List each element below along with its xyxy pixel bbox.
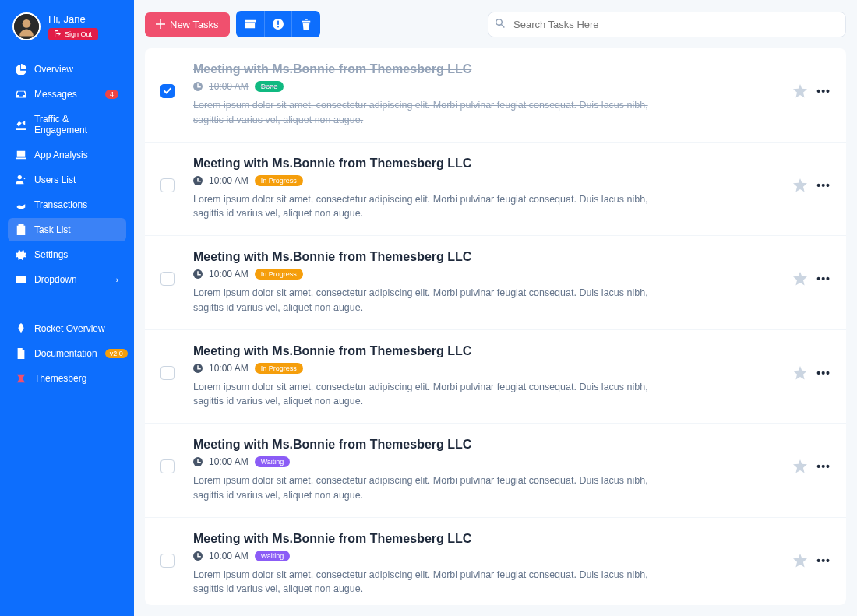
inbox-icon [16,89,26,100]
file-icon [16,348,26,359]
task-desc: Lorem ipsum dolor sit amet, consectetur … [193,568,653,597]
task-row: Meeting with Ms.Bonnie from Themesberg L… [145,330,846,424]
more-menu[interactable]: ••• [816,273,831,285]
star-icon[interactable] [793,459,807,473]
task-time: 10:00 AM [209,269,249,280]
task-meta: 10:00 AM Waiting [193,551,774,561]
task-desc: Lorem ipsum dolor sit amet, consectetur … [193,192,653,222]
task-meta: 10:00 AM In Progress [193,175,774,186]
more-menu[interactable]: ••• [816,85,831,97]
task-meta: 10:00 AM In Progress [193,269,774,280]
star-icon[interactable] [793,178,807,192]
nav-task-list[interactable]: Task List [8,218,126,241]
task-checkbox[interactable] [160,272,175,286]
task-body: Meeting with Ms.Bonnie from Themesberg L… [193,344,774,410]
nav-transactions[interactable]: Transactions [8,193,126,216]
svg-point-1 [23,19,31,28]
delete-button[interactable] [292,11,320,37]
nav-overview[interactable]: Overview [8,58,126,81]
task-desc: Lorem ipsum dolor sit amet, consectetur … [193,98,653,128]
task-desc: Lorem ipsum dolor sit amet, consectetur … [193,286,653,315]
card-icon [16,274,26,285]
task-desc: Lorem ipsum dolor sit amet, consectetur … [193,473,653,503]
pie-chart-icon [16,64,26,75]
task-meta: 10:00 AM Waiting [193,456,774,467]
task-checkbox[interactable] [160,84,175,98]
task-actions: ••• [793,459,831,473]
search-wrap [488,12,846,37]
task-actions: ••• [793,84,831,98]
star-icon[interactable] [793,366,807,380]
messages-badge: 4 [105,90,118,99]
task-row: Meeting with Ms.Bonnie from Themesberg L… [145,143,846,237]
archive-button[interactable] [236,11,264,37]
clock-icon [193,269,203,279]
alert-button[interactable] [264,11,292,37]
more-menu[interactable]: ••• [816,460,831,473]
clock-icon [193,82,203,91]
task-status-badge: In Progress [255,269,303,280]
more-menu[interactable]: ••• [816,367,831,379]
nav-dropdown[interactable]: Dropdown› [8,268,126,291]
nav-users[interactable]: Users List [8,168,126,192]
user-check-icon [16,174,26,185]
avatar[interactable] [12,12,41,40]
clock-icon [193,176,203,185]
nav-secondary: Rocket Overview Documentationv2.0 Themes… [8,317,126,392]
task-time: 10:00 AM [209,456,249,467]
main-content: New Tasks Meeting with Ms.Bonnie from Th… [134,0,857,616]
task-meta: 10:00 AM Done [193,81,774,92]
task-title: Meeting with Ms.Bonnie from Themesberg L… [193,438,774,452]
nav-messages[interactable]: Messages4 [8,83,126,106]
star-icon[interactable] [793,84,807,98]
task-body: Meeting with Ms.Bonnie from Themesberg L… [193,157,774,222]
task-desc: Lorem ipsum dolor sit amet, consectetur … [193,380,653,410]
task-row: Meeting with Ms.Bonnie from Themesberg L… [145,236,846,330]
task-status-badge: In Progress [255,363,303,374]
nav-themesberg[interactable]: Themesberg [8,367,126,390]
rocket-icon [16,323,26,334]
signout-button[interactable]: Sign Out [48,28,98,40]
nav-rocket[interactable]: Rocket Overview [8,317,126,340]
star-icon[interactable] [793,554,807,568]
task-list-panel: Meeting with Ms.Bonnie from Themesberg L… [145,48,846,605]
toolbar-button-group [236,11,320,37]
task-actions: ••• [793,178,831,192]
more-menu[interactable]: ••• [816,179,831,192]
svg-rect-5 [277,21,279,25]
task-title: Meeting with Ms.Bonnie from Themesberg L… [193,532,774,546]
nav-docs[interactable]: Documentationv2.0 [8,342,126,365]
nav-traffic[interactable]: Traffic & Engagement [8,107,126,142]
svg-point-2 [18,175,22,179]
task-title: Meeting with Ms.Bonnie from Themesberg L… [193,344,774,358]
task-row: Meeting with Ms.Bonnie from Themesberg L… [145,518,846,606]
new-tasks-button[interactable]: New Tasks [145,12,230,37]
clipboard-icon [16,224,26,235]
nav-app-analysis[interactable]: App Analysis [8,143,126,167]
task-checkbox[interactable] [160,459,175,473]
trash-icon [301,19,312,30]
sidebar: Hi, Jane Sign Out Overview Messages4 Tra… [0,0,134,616]
task-row: Meeting with Ms.Bonnie from Themesberg L… [145,424,846,518]
gear-icon [16,249,26,260]
task-status-badge: Waiting [255,551,291,561]
topbar: New Tasks [134,0,857,48]
task-checkbox[interactable] [160,178,175,192]
task-body: Meeting with Ms.Bonnie from Themesberg L… [193,62,774,128]
nav-primary: Overview Messages4 Traffic & Engagement … [8,58,126,293]
search-input[interactable] [488,12,846,37]
task-checkbox[interactable] [160,554,175,568]
task-title: Meeting with Ms.Bonnie from Themesberg L… [193,62,774,76]
star-icon[interactable] [793,272,807,286]
greeting-text: Hi, Jane [48,13,98,25]
svg-rect-3 [16,276,26,283]
task-actions: ••• [793,272,831,286]
task-title: Meeting with Ms.Bonnie from Themesberg L… [193,157,774,171]
user-card: Hi, Jane Sign Out [8,9,126,50]
more-menu[interactable]: ••• [816,554,831,567]
task-checkbox[interactable] [160,366,175,380]
nav-settings[interactable]: Settings [8,243,126,266]
task-actions: ••• [793,554,831,568]
alert-icon [273,19,284,30]
nav-divider [8,301,126,301]
